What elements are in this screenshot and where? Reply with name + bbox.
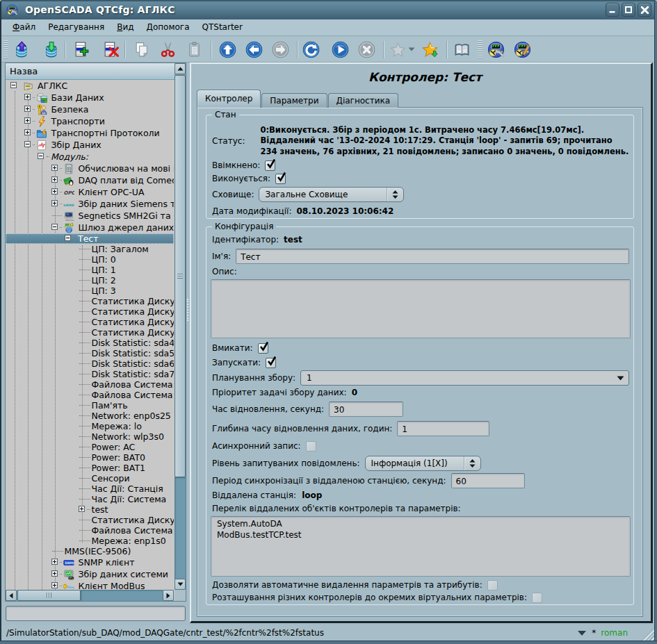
tree-item-клієнт-opc-ua[interactable]: OPCКлієнт OPC-UA — [6, 186, 174, 198]
favorites-list-button[interactable] — [387, 40, 416, 59]
expand-icon[interactable] — [24, 94, 31, 100]
tree-item-disk-statistic-sda6[interactable]: Disk Statistic: sda6 — [6, 358, 174, 369]
add-item-button[interactable] — [72, 40, 91, 59]
titlebar[interactable]: OpenSCADA QTCfg: АГЛКС — [1, 0, 654, 19]
tree-item-network-enp0s25[interactable]: Network: enp0s25 — [6, 411, 174, 421]
descr-textarea[interactable] — [211, 279, 631, 338]
add-favorite-button[interactable] — [420, 40, 439, 59]
tree-vertical-scrollbar[interactable] — [175, 63, 186, 590]
sched-combo[interactable]: 1 — [300, 370, 629, 386]
tree-item-статистика-диску-[interactable]: Статистика Диску: — [6, 306, 174, 317]
toolbar-handle[interactable] — [478, 40, 482, 58]
refresh-button[interactable] — [301, 40, 321, 59]
hscroll-trough[interactable] — [81, 590, 163, 601]
collapse-icon[interactable] — [65, 235, 71, 241]
tree-item-network-wlp3s0[interactable]: Network: wlp3s0 — [6, 431, 174, 442]
tree-item-статистика-диску-[interactable]: Статистика Диску: — [6, 317, 174, 327]
tree-item-пам-ять[interactable]: Пам'ять — [6, 400, 174, 411]
collapse-icon[interactable] — [577, 630, 587, 636]
restore-input[interactable]: 30 — [329, 402, 403, 417]
tree-item-тест[interactable]: Тест — [6, 233, 174, 244]
tree-item-test[interactable]: test — [6, 504, 174, 515]
go-up-button[interactable] — [218, 40, 237, 59]
tree-item-цп-3[interactable]: ЦП: 3 — [6, 286, 174, 296]
menu-help[interactable]: Допомога — [140, 19, 196, 35]
vscroll-slider[interactable] — [175, 75, 186, 477]
tree-item-мережа-enp1s0[interactable]: Мережа: enp1s0 — [6, 536, 174, 546]
collapse-icon[interactable] — [24, 141, 31, 147]
expand-icon[interactable] — [24, 117, 31, 124]
qtcfg-configurator-button[interactable] — [486, 40, 505, 59]
menu-qtstarter[interactable]: QTStarter — [196, 19, 249, 35]
tree-item-безпека[interactable]: Безпека — [6, 104, 174, 115]
tree-item-модуль-[interactable]: Модуль: — [6, 151, 174, 163]
tree-item-статистика-диску-[interactable]: Статистика Диску: — [6, 327, 174, 338]
tree-item-цп-2[interactable]: ЦП: 2 — [6, 275, 174, 286]
scroll-left-button[interactable] — [6, 590, 17, 601]
tree-item-мережа-lo[interactable]: Мережа: lo — [6, 421, 174, 431]
mess-lev-select[interactable]: Інформація (1[X]) — [365, 456, 481, 471]
tree-item-segnetics-smh2gi-та-s[interactable]: SMH 2GiSegnetics SMH2Gi та S — [6, 210, 174, 222]
maximize-button[interactable] — [622, 3, 635, 17]
tree-item-бази-даних[interactable]: Бази Даних — [6, 92, 174, 104]
go-forward-button[interactable] — [270, 40, 290, 59]
tree-item-файлова-система-[interactable]: Файлова Система: — [6, 390, 174, 400]
tree-item-mms-iec-9506-[interactable]: MMS(IEC-9506) — [6, 546, 174, 556]
menu-view[interactable]: Вид — [111, 19, 140, 35]
scroll-up-button[interactable] — [175, 63, 186, 74]
cut-item-button[interactable] — [158, 40, 177, 59]
tree-item-цп-1[interactable]: ЦП: 1 — [6, 265, 174, 275]
tree-item-клієнт-modbus[interactable]: ModbusКлієнт ModBus — [6, 580, 174, 590]
collapse-icon[interactable] — [38, 153, 44, 159]
tree-item-цп-загалом[interactable]: ЦП: Загалом — [6, 244, 174, 254]
tab-parameters[interactable]: Параметри — [261, 93, 327, 108]
scroll-right-button[interactable] — [163, 590, 174, 601]
tree-item-статистика-диску-[interactable]: Статистика Диску: — [6, 296, 174, 306]
tree-horizontal-scrollbar[interactable] — [6, 590, 174, 601]
go-back-button[interactable] — [244, 40, 263, 59]
tree-item-час-дії-станція[interactable]: Час Дії: Станція — [6, 484, 174, 494]
tree-item-daq-плати-від-comedi[interactable]: DAQ плати від Comedi — [6, 174, 174, 186]
tree-header[interactable]: Назва — [6, 63, 175, 80]
vscroll-trough[interactable] — [175, 477, 186, 579]
expand-icon[interactable] — [51, 176, 58, 183]
tree-item-час-дії-система[interactable]: Час Дії: Система — [6, 494, 174, 504]
load-from-db-button[interactable] — [12, 40, 31, 59]
expand-icon[interactable] — [51, 200, 58, 206]
autodel-checkbox[interactable] — [487, 580, 498, 591]
tree-item-power-bat0[interactable]: Power: BAT0 — [6, 452, 174, 463]
running-checkbox[interactable] — [275, 174, 286, 184]
enabled-checkbox[interactable] — [265, 160, 275, 171]
tree-item-транспортні-протоколи[interactable]: Транспортні Протоколи — [6, 127, 174, 139]
hscroll-slider[interactable] — [17, 590, 81, 601]
expand-icon[interactable] — [51, 559, 58, 565]
paste-item-button[interactable] — [184, 40, 204, 59]
sepvirt-checkbox[interactable] — [532, 593, 542, 603]
tab-controller[interactable]: Контролер — [197, 90, 261, 108]
tree-item-транспорти[interactable]: Транспорти — [6, 115, 174, 127]
tree-item-power-ac[interactable]: Power: AC — [6, 442, 174, 452]
tree-item-power-bat1[interactable]: Power: BAT1 — [6, 463, 174, 473]
restore-depth-input[interactable]: 1 — [397, 421, 489, 436]
expand-icon[interactable] — [24, 106, 31, 112]
tree-item-збір-даних-siemens-та[interactable]: SIEMENSЗбір даних Siemens та — [6, 198, 174, 210]
list-textarea[interactable]: System.AutoDAModBus.testTCP.test — [211, 516, 631, 577]
tree-item-шлюз-джерел-даних[interactable]: Шлюз джерел даних — [6, 222, 174, 233]
vision-developing-button[interactable] — [512, 40, 532, 59]
tree-item-сенсори[interactable]: Сенсори — [6, 473, 174, 484]
expand-icon[interactable] — [51, 165, 58, 171]
close-button[interactable] — [638, 3, 651, 17]
tree-item-аглкс[interactable]: АГЛКС — [6, 80, 174, 92]
expand-icon[interactable] — [24, 129, 31, 135]
collapse-icon[interactable] — [51, 224, 58, 230]
scroll-down-button[interactable] — [175, 579, 186, 590]
tree-item-snmp-клієнт[interactable]: SNMPSNMP клієнт — [6, 556, 174, 568]
collapse-icon[interactable] — [10, 82, 17, 88]
menu-edit[interactable]: Редагування — [42, 19, 111, 35]
manual-button[interactable] — [452, 40, 471, 59]
tree-item-цп-0[interactable]: ЦП: 0 — [6, 254, 174, 265]
tree-item-обчислювач-на-мові-пр[interactable]: Обчислювач на мові пр — [6, 163, 174, 174]
copy-item-button[interactable] — [131, 40, 151, 59]
tab-diagnostics[interactable]: Діагностика — [328, 93, 399, 108]
expand-icon[interactable] — [51, 570, 58, 577]
